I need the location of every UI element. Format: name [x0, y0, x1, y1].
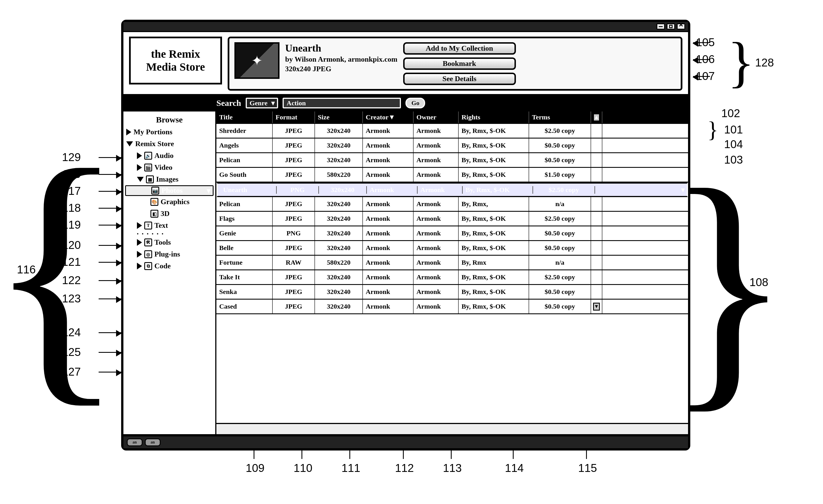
cell-size: 320x240	[315, 226, 363, 240]
callout-106: 106	[696, 53, 715, 66]
cell-terms: n/a	[529, 256, 591, 269]
cell-terms: $2.50 copy	[529, 212, 591, 226]
table-row[interactable]: FortuneRAW580x220ArmonkArmonkBy, Rmxn/a	[216, 256, 688, 270]
table-row[interactable]: ShredderJPEG320x240ArmonkArmonkBy, Rmx, …	[216, 124, 688, 139]
sidebar-item-text[interactable]: T Text	[123, 220, 215, 231]
cell-title: Pelican	[216, 153, 273, 167]
sidebar-item-graphics[interactable]: 🎨 Graphics	[123, 196, 215, 208]
cell-size: 580x220	[315, 256, 363, 269]
callout-101: 101	[724, 123, 743, 136]
cell-title: Belle	[216, 241, 273, 255]
table-row[interactable]: Go SouthJPEG580x220ArmonkArmonkBy, Rmx, …	[216, 168, 688, 183]
cell-creator: Armonk	[363, 124, 414, 138]
callout-109: 109	[246, 462, 265, 474]
col-title[interactable]: Title	[216, 111, 273, 123]
cell-terms: $2.50 copy	[529, 124, 591, 138]
col-rights[interactable]: Rights	[459, 111, 529, 123]
table-row[interactable]: SenkaJPEG320x240ArmonkArmonkBy, Rmx, $-O…	[216, 285, 688, 300]
callout-105: 105	[696, 36, 715, 49]
cell-title: Flags	[216, 212, 273, 226]
cell-owner: Armonk	[414, 168, 459, 182]
cell-rights: By, Rmx, $-OK	[459, 139, 529, 152]
table-row[interactable]: FlagsJPEG320x240ArmonkArmonkBy, Rmx, $-O…	[216, 212, 688, 226]
app-window: the Remix Media Store ✦ Unearth by Wilso…	[121, 20, 690, 451]
table-row[interactable]: UnearthPNG320x240ArmonkArmonkBy, Rmx, $-…	[216, 183, 688, 197]
col-creator[interactable]: Creator	[363, 111, 414, 123]
cell-creator: Armonk	[363, 197, 414, 211]
sidebar-item-label: My Portions	[134, 128, 172, 136]
search-input[interactable]: Action	[283, 98, 401, 108]
preview-title: Unearth	[285, 42, 397, 54]
table-row[interactable]: GeniePNG320x240ArmonkArmonkBy, Rmx, $-OK…	[216, 226, 688, 241]
preview-spec: 320x240 JPEG	[285, 65, 397, 73]
col-owner[interactable]: Owner	[414, 111, 459, 123]
sidebar-item-images[interactable]: ▦ Images	[123, 174, 215, 185]
sidebar-item-audio[interactable]: 🔊 Audio	[123, 150, 215, 162]
search-go-button[interactable]: Go	[405, 98, 425, 108]
arrow-129	[99, 157, 121, 158]
sidebar-item-plugins[interactable]: ◎ Plug-ins	[123, 248, 215, 260]
cell-title: Fortune	[216, 256, 273, 269]
callout-130: 130	[62, 168, 81, 181]
cell-rights: By, Rmx, $-OK	[459, 285, 529, 299]
table-row[interactable]: CasedJPEG320x240ArmonkArmonkBy, Rmx, $-O…	[216, 300, 688, 314]
col-format[interactable]: Format	[273, 111, 315, 123]
table-row[interactable]: AngelsJPEG320x240ArmonkArmonkBy, Rmx, $-…	[216, 139, 688, 153]
cell-terms: $0.50 copy	[529, 300, 591, 313]
brace-108: }	[707, 147, 747, 422]
callout-123: 123	[62, 292, 81, 305]
see-details-button[interactable]: See Details	[403, 73, 516, 85]
cell-title: Unearth	[220, 186, 277, 194]
sidebar-item-remix-store[interactable]: Remix Store	[123, 138, 215, 150]
callout-111: 111	[341, 462, 360, 474]
triangle-right-icon	[137, 152, 142, 159]
sidebar-item-my-portions[interactable]: My Portions	[123, 126, 215, 138]
cell-creator: Armonk	[363, 226, 414, 240]
cell-title: Pelican	[216, 197, 273, 211]
triangle-down-icon	[137, 177, 144, 182]
scroll-down-button[interactable]: ▼	[593, 303, 600, 310]
cell-title: Genie	[216, 226, 273, 240]
cell-size: 320x240	[315, 153, 363, 167]
sidebar-item-video[interactable]: 🎬 Video	[123, 162, 215, 174]
add-to-collection-button[interactable]: Add to My Collection	[403, 42, 516, 55]
cell-creator: Armonk	[363, 270, 414, 284]
sidebar: Browse My Portions Remix Store 🔊 Audio	[123, 111, 216, 434]
cell-size: 580x220	[315, 168, 363, 182]
search-field-select[interactable]: Genre	[246, 98, 278, 108]
callout-127: 127	[62, 365, 81, 378]
sidebar-item-photos[interactable]: 📷 Photos	[125, 185, 213, 196]
cell-rights: By, Rmx,	[459, 197, 529, 211]
col-size[interactable]: Size	[315, 111, 363, 123]
callout-104: 104	[724, 138, 743, 151]
sidebar-item-tools[interactable]: 🛠 Tools	[123, 237, 215, 248]
cell-creator: Armonk	[363, 168, 414, 182]
sidebar-item-code[interactable]: ⧉ Code	[123, 260, 215, 272]
cell-terms: $0.50 copy	[529, 285, 591, 299]
table-row[interactable]: BelleJPEG320x240ArmonkArmonkBy, Rmx, $-O…	[216, 241, 688, 256]
cell-rights: By, Rmx, $-OK	[459, 226, 529, 240]
app-logo: the Remix Media Store	[129, 37, 222, 84]
sidebar-item-label: Video	[154, 163, 172, 172]
table-row[interactable]: PelicanJPEG320x240ArmonkArmonkBy, Rmx,n/…	[216, 197, 688, 212]
col-terms[interactable]: Terms	[529, 111, 591, 123]
window-minimize-button[interactable]	[656, 23, 665, 30]
window-maximize-button[interactable]	[667, 23, 675, 30]
window-close-button[interactable]	[677, 23, 685, 30]
bookmark-button[interactable]: Bookmark	[403, 57, 516, 70]
cell-rights: By, Rmx, $-OK	[459, 300, 529, 313]
status-pill-1[interactable]: an	[127, 438, 143, 446]
wrench-icon: 🛠	[144, 239, 152, 246]
callout-107: 107	[696, 70, 715, 82]
table-row[interactable]: PelicanJPEG320x240ArmonkArmonkBy, Rmx, $…	[216, 153, 688, 168]
scroll-up-button[interactable]: ▲	[593, 113, 600, 121]
callout-125: 125	[62, 346, 81, 358]
triangle-right-icon	[137, 263, 142, 269]
table-row[interactable]: Take ItJPEG320x240ArmonkArmonkBy, Rmx, $…	[216, 270, 688, 285]
status-pill-2[interactable]: an	[145, 438, 161, 446]
cell-format: JPEG	[273, 300, 315, 313]
arrow-117	[99, 191, 121, 192]
cell-format: JPEG	[273, 168, 315, 182]
callout-129: 129	[62, 151, 81, 164]
sidebar-item-3d[interactable]: ◧ 3D	[123, 208, 215, 220]
